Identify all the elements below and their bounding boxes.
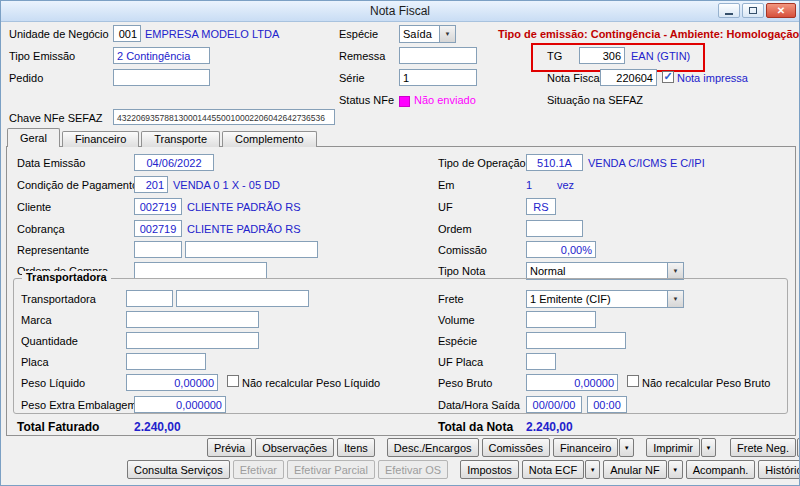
tipo-emissao-field[interactable]: 2 Contingência bbox=[113, 47, 210, 64]
consulta-servicos-button[interactable]: Consulta Serviços bbox=[127, 460, 230, 479]
marca-label: Marca bbox=[21, 314, 52, 326]
remessa-label: Remessa bbox=[339, 50, 385, 62]
comissao-field[interactable]: 0,00% bbox=[526, 241, 596, 258]
frete-label: Frete bbox=[438, 293, 464, 305]
acompanh-button[interactable]: Acompanh. bbox=[686, 460, 756, 479]
peso-bruto-field[interactable]: 0,00000 bbox=[526, 374, 618, 391]
em-suffix: vez bbox=[557, 179, 574, 191]
maximize-button[interactable] bbox=[742, 3, 764, 18]
anular-nf-button[interactable]: Anular NF bbox=[603, 460, 667, 479]
impostos-button[interactable]: Impostos bbox=[460, 460, 519, 479]
imprimir-dropdown-arrow-icon[interactable]: ▼ bbox=[701, 438, 716, 457]
imprimir-button[interactable]: Imprimir bbox=[646, 438, 700, 457]
tg-code-field[interactable]: 306 bbox=[579, 47, 625, 64]
chevron-down-icon[interactable]: ▼ bbox=[439, 26, 455, 42]
nota-fiscal-number-field[interactable]: 220604 bbox=[600, 69, 657, 86]
uf-placa-label: UF Placa bbox=[438, 356, 483, 368]
uf-field[interactable]: RS bbox=[526, 198, 556, 215]
tg-description: EAN (GTIN) bbox=[631, 50, 690, 62]
nao-recalcular-peso-bruto-checkbox[interactable]: ✓ bbox=[627, 375, 639, 387]
condicao-pagamento-description: VENDA 0 1 X - 05 DD bbox=[173, 179, 280, 191]
representante-code-field[interactable] bbox=[134, 241, 182, 258]
efetivar-button[interactable]: Efetivar bbox=[233, 460, 284, 479]
unidade-negocio-code-field[interactable]: 001 bbox=[113, 25, 141, 42]
status-nfe-icon bbox=[399, 96, 410, 107]
peso-extra-embalagem-label: Peso Extra Embalagem bbox=[21, 399, 137, 411]
emission-mode-warning: Tipo de emissão: Contingência - Ambiente… bbox=[498, 28, 799, 40]
nota-impressa-label: Nota impressa bbox=[677, 72, 748, 84]
financeiro-dropdown-arrow-icon[interactable]: ▼ bbox=[619, 438, 634, 457]
data-hora-saida-label: Data/Hora Saída bbox=[438, 399, 520, 411]
data-emissao-field[interactable]: 04/06/2022 bbox=[134, 154, 214, 171]
serie-field[interactable]: 1 bbox=[399, 69, 477, 86]
transportadora-name-field[interactable] bbox=[176, 290, 309, 307]
data-emissao-label: Data Emissão bbox=[17, 157, 85, 169]
observacoes-button[interactable]: Observações bbox=[255, 438, 334, 457]
nao-recalcular-peso-liquido-checkbox[interactable]: ✓ bbox=[227, 375, 239, 387]
status-nfe-label: Status NFe bbox=[339, 94, 394, 106]
titlebar: Nota Fiscal ✕ bbox=[1, 1, 799, 22]
window-title: Nota Fiscal bbox=[370, 4, 430, 18]
tab-financeiro[interactable]: Financeiro bbox=[62, 131, 139, 147]
nao-recalcular-peso-liquido-label: Não recalcular Peso Líquido bbox=[242, 377, 380, 389]
financeiro-button[interactable]: Financeiro bbox=[553, 438, 618, 457]
peso-liquido-field[interactable]: 0,00000 bbox=[126, 374, 218, 391]
quantidade-field[interactable] bbox=[126, 332, 259, 349]
especie-volume-field[interactable] bbox=[526, 332, 626, 349]
quantidade-label: Quantidade bbox=[21, 335, 78, 347]
chevron-down-icon[interactable]: ▼ bbox=[667, 291, 683, 307]
frete-neg-button[interactable]: Frete Neg. bbox=[730, 438, 796, 457]
hora-saida-field[interactable]: 00:00 bbox=[587, 396, 627, 413]
chevron-down-icon[interactable]: ▼ bbox=[667, 263, 683, 279]
cobranca-label: Cobrança bbox=[17, 223, 65, 235]
transportadora-code-field[interactable] bbox=[126, 290, 173, 307]
placa-field[interactable] bbox=[126, 353, 206, 370]
efetivar-os-button[interactable]: Efetivar OS bbox=[378, 460, 448, 479]
itens-button[interactable]: Itens bbox=[337, 438, 375, 457]
volume-field[interactable] bbox=[526, 311, 596, 328]
minimize-button[interactable] bbox=[718, 3, 740, 18]
em-label: Em bbox=[438, 179, 455, 191]
serie-label: Série bbox=[339, 72, 365, 84]
uf-placa-field[interactable] bbox=[526, 353, 556, 370]
action-row-1: Prévia Observações Itens Desc./Encargos … bbox=[1, 438, 795, 457]
tab-transporte[interactable]: Transporte bbox=[141, 131, 220, 147]
representante-name-field[interactable] bbox=[185, 241, 318, 258]
tab-geral[interactable]: Geral bbox=[7, 128, 60, 147]
peso-extra-embalagem-field[interactable]: 0,000000 bbox=[134, 396, 226, 413]
pedido-field[interactable] bbox=[113, 69, 210, 86]
tab-complemento[interactable]: Complemento bbox=[222, 131, 316, 147]
nota-impressa-checkbox[interactable]: ✓ bbox=[662, 71, 674, 83]
cobranca-code-field[interactable]: 002719 bbox=[134, 220, 182, 237]
ordem-label: Ordem bbox=[438, 223, 472, 235]
historico-button[interactable]: Histórico bbox=[758, 460, 800, 479]
especie-select[interactable]: Saída ▼ bbox=[399, 25, 456, 43]
peso-bruto-label: Peso Bruto bbox=[438, 377, 492, 389]
cliente-code-field[interactable]: 002719 bbox=[134, 198, 182, 215]
desc-encargos-button[interactable]: Desc./Encargos bbox=[387, 438, 479, 457]
comissoes-button[interactable]: Comissões bbox=[482, 438, 550, 457]
frete-select[interactable]: 1 Emitente (CIF) ▼ bbox=[526, 290, 684, 308]
previa-button[interactable]: Prévia bbox=[207, 438, 252, 457]
em-value: 1 bbox=[526, 179, 532, 191]
data-saida-field[interactable]: 00/00/00 bbox=[526, 396, 582, 413]
nota-ecf-dropdown-arrow-icon[interactable]: ▼ bbox=[585, 460, 600, 479]
efetivar-parcial-button[interactable]: Efetivar Parcial bbox=[287, 460, 375, 479]
ordem-compra-field[interactable] bbox=[134, 262, 267, 279]
anular-nf-dropdown-arrow-icon[interactable]: ▼ bbox=[668, 460, 683, 479]
transportadora-legend: Transportadora bbox=[22, 271, 111, 283]
total-da-nota-label: Total da Nota bbox=[438, 420, 513, 434]
tipo-operacao-code-field[interactable]: 510.1A bbox=[526, 154, 583, 171]
transportadora-label: Transportadora bbox=[21, 293, 96, 305]
cobranca-description: CLIENTE PADRÃO RS bbox=[187, 223, 301, 235]
marca-field[interactable] bbox=[126, 311, 259, 328]
condicao-pagamento-code-field[interactable]: 201 bbox=[134, 176, 168, 193]
chave-nfe-field[interactable]: 4322069357881300014455001000220604264273… bbox=[113, 109, 335, 125]
peso-liquido-label: Peso Líquido bbox=[21, 377, 85, 389]
frete-neg-split-button: Frete Neg. ▼ bbox=[730, 438, 800, 457]
tipo-emissao-label: Tipo Emissão bbox=[9, 50, 75, 62]
nota-ecf-button[interactable]: Nota ECF bbox=[522, 460, 584, 479]
ordem-field[interactable] bbox=[526, 220, 583, 237]
close-button[interactable]: ✕ bbox=[766, 3, 796, 18]
remessa-field[interactable] bbox=[399, 47, 477, 64]
